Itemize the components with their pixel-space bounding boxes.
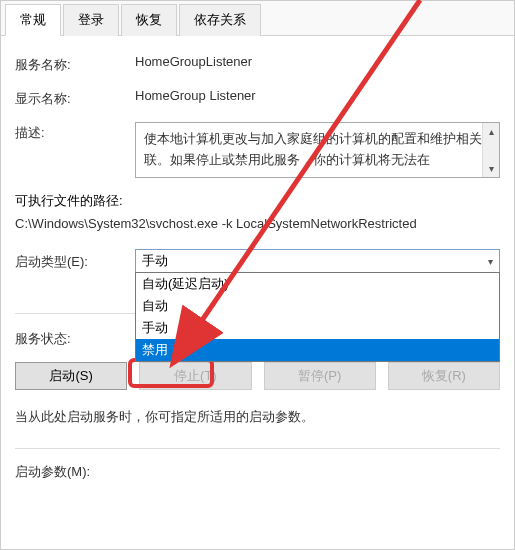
service-control-buttons: 启动(S) 停止(T) 暂停(P) 恢复(R) bbox=[15, 362, 500, 390]
pause-button: 暂停(P) bbox=[264, 362, 376, 390]
chevron-down-icon: ▾ bbox=[488, 255, 493, 266]
option-auto-delayed[interactable]: 自动(延迟启动) bbox=[136, 273, 499, 295]
tab-dependencies[interactable]: 依存关系 bbox=[179, 4, 261, 36]
option-auto[interactable]: 自动 bbox=[136, 295, 499, 317]
startup-type-label: 启动类型(E): bbox=[15, 251, 135, 271]
service-status-label: 服务状态: bbox=[15, 328, 135, 348]
startup-type-select[interactable]: 手动 ▾ 自动(延迟启动) 自动 手动 禁用 bbox=[135, 249, 500, 273]
exe-path-value: C:\Windows\System32\svchost.exe -k Local… bbox=[15, 216, 500, 231]
start-button[interactable]: 启动(S) bbox=[15, 362, 127, 390]
description-scrollbar[interactable]: ▴ ▾ bbox=[482, 123, 499, 177]
display-name-value: HomeGroup Listener bbox=[135, 88, 500, 103]
start-params-label: 启动参数(M): bbox=[15, 461, 135, 481]
bottom-divider bbox=[15, 448, 500, 449]
tab-bar: 常规 登录 恢复 依存关系 bbox=[1, 1, 514, 36]
display-name-label: 显示名称: bbox=[15, 88, 135, 108]
option-manual[interactable]: 手动 bbox=[136, 317, 499, 339]
stop-button: 停止(T) bbox=[139, 362, 251, 390]
startup-type-dropdown: 自动(延迟启动) 自动 手动 禁用 bbox=[135, 272, 500, 362]
tab-logon[interactable]: 登录 bbox=[63, 4, 119, 36]
exe-path-label: 可执行文件的路径: bbox=[15, 192, 500, 210]
service-name-label: 服务名称: bbox=[15, 54, 135, 74]
footnote-text: 当从此处启动服务时，你可指定所适用的启动参数。 bbox=[15, 408, 500, 426]
description-text: 使本地计算机更改与加入家庭组的计算机的配置和维护相关联。如果停止或禁用此服务，你… bbox=[144, 131, 482, 167]
service-properties-window: 常规 登录 恢复 依存关系 服务名称: HomeGroupListener 显示… bbox=[0, 0, 515, 550]
resume-button: 恢复(R) bbox=[388, 362, 500, 390]
properties-content: 服务名称: HomeGroupListener 显示名称: HomeGroup … bbox=[1, 36, 514, 505]
description-box: 使本地计算机更改与加入家庭组的计算机的配置和维护相关联。如果停止或禁用此服务，你… bbox=[135, 122, 500, 178]
tab-recovery[interactable]: 恢复 bbox=[121, 4, 177, 36]
startup-type-value: 手动 bbox=[142, 252, 168, 270]
scroll-down-icon[interactable]: ▾ bbox=[483, 160, 499, 177]
tab-general[interactable]: 常规 bbox=[5, 4, 61, 36]
service-name-value: HomeGroupListener bbox=[135, 54, 500, 69]
scroll-up-icon[interactable]: ▴ bbox=[483, 123, 499, 140]
description-label: 描述: bbox=[15, 122, 135, 142]
option-disabled[interactable]: 禁用 bbox=[136, 339, 499, 361]
